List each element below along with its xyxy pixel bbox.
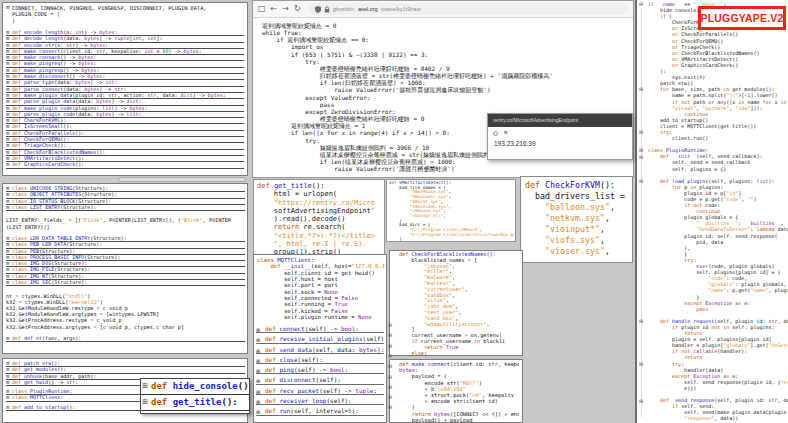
fold-collapse-icon[interactable]: ⊟ xyxy=(388,374,392,380)
folded-def-row[interactable]: ⊞def GraphicsCardCheck(): xyxy=(6,162,244,168)
fold-expand-icon[interactable]: ⊞ xyxy=(6,249,10,254)
fold-expand-icon[interactable]: ⊞ xyxy=(256,357,260,364)
folded-def-row[interactable]: ⊞def receiver_loop(self): xyxy=(256,395,384,405)
back-icon[interactable]: ← xyxy=(271,5,278,13)
fold-expand-icon[interactable]: ⊞ xyxy=(6,49,10,54)
fold-expand-icon[interactable]: ⊞ xyxy=(6,261,10,266)
fold-expand-icon[interactable]: ⊞ xyxy=(6,374,10,379)
folded-def-row[interactable]: ⊞def def_nt(func, args): xyxy=(6,336,245,342)
fold-collapse-icon[interactable]: ⊟ xyxy=(639,154,643,160)
fold-expand-icon[interactable]: ⊞ xyxy=(6,131,10,136)
folded-def-row[interactable]: ⊞class LIST_ENTRY(Structure): xyxy=(6,205,245,211)
fold-expand-icon[interactable]: ⊞ xyxy=(6,395,10,400)
folded-def-row[interactable]: ⊞def ping(self) -> bool: xyxy=(256,364,384,374)
fold-expand-icon[interactable]: ⊞ xyxy=(6,274,10,279)
fold-expand-icon[interactable]: ⊞ xyxy=(6,242,10,247)
fold-expand-icon[interactable]: ⊞ xyxy=(6,199,10,204)
fold-expand-icon[interactable]: ⊞ xyxy=(6,380,10,385)
reload-icon[interactable]: ↻ xyxy=(294,5,301,13)
fold-expand-icon[interactable]: ⊞ xyxy=(6,162,10,167)
fold-expand-icon[interactable]: ⊞ xyxy=(256,398,260,405)
fold-expand-icon[interactable]: ⊞ xyxy=(6,361,10,366)
fold-expand-icon[interactable]: ⊞ xyxy=(256,388,260,395)
fold-expand-icon[interactable]: ⊞ xyxy=(6,36,10,41)
fold-expand-icon[interactable]: ⊞ xyxy=(6,87,10,92)
fold-collapse-icon[interactable]: ⊟ xyxy=(388,384,392,390)
fold-expand-icon[interactable]: ⊞ xyxy=(6,74,10,79)
fold-collapse-icon[interactable]: ⊟ xyxy=(639,318,643,324)
fold-expand-icon[interactable]: ⊞ xyxy=(6,124,10,129)
fold-expand-icon[interactable]: ⊞ xyxy=(6,186,10,191)
fold-collapse-icon[interactable]: ⊟ xyxy=(639,361,643,367)
fold-expand-icon[interactable]: ⊞ xyxy=(6,336,10,341)
fold-expand-icon[interactable]: ⊞ xyxy=(256,347,260,354)
code-line: "C:\\Program Files\\oracle\\virtualbox g… xyxy=(389,233,513,238)
info-icon[interactable] xyxy=(493,131,498,136)
flag-icon[interactable]: ⚑ xyxy=(503,130,508,136)
folded-def-row[interactable]: ⊞def get_title(): xyxy=(141,395,249,411)
folded-def-row[interactable]: ⊞def send_data(self, data: bytes): xyxy=(256,344,384,354)
folded-def-row[interactable]: ⊞def connect(self) -> bool: xyxy=(256,323,384,333)
folded-def-row[interactable]: ⊞def run(self, interval=5): xyxy=(256,405,384,415)
fold-expand-icon[interactable]: ⊞ xyxy=(6,137,10,142)
fold-collapse-icon[interactable]: ⊟ xyxy=(388,322,392,328)
fold-expand-icon[interactable]: ⊞ xyxy=(6,112,10,117)
fold-expand-icon[interactable]: ⊞ xyxy=(6,68,10,73)
fold-expand-icon[interactable]: ⊞ xyxy=(6,255,10,260)
fold-collapse-icon[interactable]: ⊟ xyxy=(639,86,643,92)
fold-expand-icon[interactable]: ⊞ xyxy=(6,99,10,104)
fold-collapse-icon[interactable]: ⊟ xyxy=(388,353,392,359)
fold-expand-icon[interactable]: ⊞ xyxy=(142,379,148,394)
fold-expand-icon[interactable]: ⊞ xyxy=(142,395,148,410)
code-line: if 返剕摛域簟呢鉸婼愶怂 == 0: xyxy=(262,36,633,43)
fold-expand-icon[interactable]: ⊞ xyxy=(6,118,10,123)
fold-expand-icon[interactable]: ⊞ xyxy=(256,367,260,374)
fold-expand-icon[interactable]: ⊞ xyxy=(6,55,10,60)
forward-icon[interactable]: → xyxy=(282,5,289,13)
fold-collapse-icon[interactable]: ⊟ xyxy=(639,1,643,7)
fold-expand-icon[interactable]: ⊞ xyxy=(256,336,260,343)
fold-collapse-icon[interactable]: ⊟ xyxy=(388,343,392,349)
url-bar[interactable]: ghostbin.axel.org/paste/ky1t9/raw xyxy=(309,3,628,15)
fold-expand-icon[interactable]: ⊞ xyxy=(6,236,10,241)
fold-expand-icon[interactable]: ⊞ xyxy=(6,61,10,66)
fold-expand-icon[interactable]: ⊞ xyxy=(6,5,10,10)
folded-def-row[interactable]: ⊞def close(self): xyxy=(256,354,384,364)
folded-def-text: def parse_plugin_data(data: bytes) -> di… xyxy=(12,99,244,105)
fold-collapse-icon[interactable]: ⊟ xyxy=(639,178,643,184)
fold-expand-icon[interactable]: ⊞ xyxy=(6,43,10,48)
fold-expand-icon[interactable]: ⊞ xyxy=(256,326,260,333)
fold-expand-icon[interactable]: ⊞ xyxy=(256,408,260,415)
fold-expand-icon[interactable]: ⊞ xyxy=(6,156,10,161)
fold-collapse-icon[interactable]: ⊟ xyxy=(639,129,643,135)
fold-expand-icon[interactable]: ⊞ xyxy=(6,280,10,285)
fold-expand-icon[interactable]: ⊞ xyxy=(6,267,10,272)
fold-expand-icon[interactable]: ⊞ xyxy=(6,405,10,410)
fold-expand-icon[interactable]: ⊞ xyxy=(6,80,10,85)
fold-expand-icon[interactable]: ⊞ xyxy=(6,143,10,148)
horizontal-scrollbar[interactable] xyxy=(118,177,246,182)
fold-collapse-icon[interactable]: ⊟ xyxy=(639,147,643,153)
fold-expand-icon[interactable]: ⊞ xyxy=(6,93,10,98)
fold-expand-icon[interactable]: ⊞ xyxy=(6,192,10,197)
folded-def-row[interactable]: ⊞def recv_packet(self) -> tuple: xyxy=(256,385,384,395)
fold-expand-icon[interactable]: ⊞ xyxy=(6,150,10,155)
fold-collapse-icon[interactable]: ⊟ xyxy=(388,332,392,338)
fold-expand-icon[interactable]: ⊞ xyxy=(6,106,10,111)
folded-def-row[interactable]: ⊞class IMG_SEC(Structure): xyxy=(6,280,245,286)
page-icon[interactable]: □ xyxy=(258,5,266,13)
folded-def-row[interactable]: ⊞def disconnect(self): xyxy=(256,374,384,384)
popup-titlebar[interactable]: rentry.co/MicrosoftAdvertisingEndpoint xyxy=(488,114,632,127)
folded-def-row[interactable]: ⊞def receive_initial_plugins(self): xyxy=(256,333,384,343)
fold-expand-icon[interactable]: ⊞ xyxy=(6,389,10,394)
blacklist-check-panel: def CheckForBlacklistedNames(): blacklis… xyxy=(389,250,523,356)
fold-collapse-icon[interactable]: ⊟ xyxy=(639,398,643,404)
fold-expand-icon[interactable]: ⊞ xyxy=(6,367,10,372)
fold-collapse-icon[interactable]: ⊟ xyxy=(388,404,392,410)
fold-expand-icon[interactable]: ⊞ xyxy=(256,377,260,384)
folded-def-row[interactable]: ⊞def hide_console(): xyxy=(141,379,249,395)
fold-collapse-icon[interactable]: ⊟ xyxy=(388,363,392,369)
fold-expand-icon[interactable]: ⊞ xyxy=(6,30,10,35)
fold-collapse-icon[interactable]: ⊟ xyxy=(388,394,392,400)
fold-expand-icon[interactable]: ⊞ xyxy=(6,205,10,210)
